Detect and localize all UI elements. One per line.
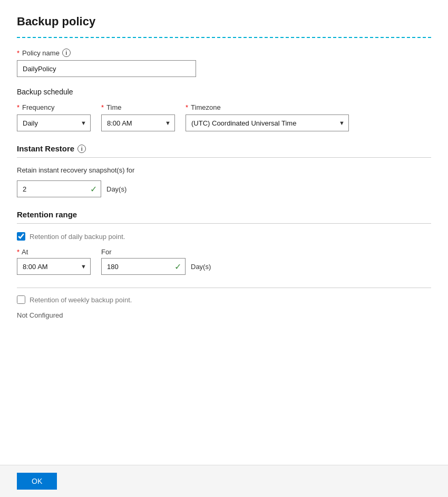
instant-restore-divider [17, 157, 431, 158]
time-select-wrapper: 8:00 AM 9:00 AM ▼ [101, 114, 175, 131]
at-text: At [22, 248, 28, 256]
retention-range-heading: Retention range [17, 210, 431, 219]
policy-name-required: * [17, 49, 20, 57]
at-time-select[interactable]: 8:00 AM 9:00 AM [17, 258, 91, 275]
instant-restore-info-icon[interactable]: i [77, 145, 86, 153]
at-label: * At [17, 248, 91, 256]
backup-schedule-label: Backup schedule [17, 88, 431, 96]
snapshot-input[interactable] [17, 180, 101, 197]
frequency-select[interactable]: Daily Weekly [17, 114, 91, 131]
weekly-checkbox-row: Retention of weekly backup point. [17, 295, 431, 304]
instant-restore-title: Instant Restore [17, 144, 74, 153]
daily-checkbox-row: Retention of daily backup point. [17, 232, 431, 241]
time-select[interactable]: 8:00 AM 9:00 AM [101, 114, 175, 131]
at-select-wrapper: 8:00 AM 9:00 AM ▼ [17, 258, 91, 275]
timezone-label: * Timezone [186, 103, 349, 111]
for-unit-label: Day(s) [191, 263, 211, 271]
backup-policy-panel: Backup policy * Policy name i Backup sch… [0, 0, 448, 497]
instant-restore-section: Instant Restore i Retain instant recover… [17, 144, 431, 197]
at-group: * At 8:00 AM 9:00 AM ▼ [17, 248, 91, 275]
policy-name-label: * Policy name i [17, 49, 431, 57]
frequency-group: * Frequency Daily Weekly ▼ [17, 103, 91, 131]
daily-retention-label: Retention of daily backup point. [30, 233, 125, 241]
policy-name-info-icon[interactable]: i [62, 49, 71, 57]
weekly-section: Retention of weekly backup point. Not Co… [17, 288, 431, 319]
daily-retention-checkbox[interactable] [17, 232, 25, 241]
time-group: * Time 8:00 AM 9:00 AM ▼ [101, 103, 175, 131]
time-required: * [101, 103, 104, 111]
frequency-row: * Frequency Daily Weekly ▼ * Time 8:00 A… [17, 103, 431, 131]
for-value-input[interactable] [101, 258, 186, 275]
snapshot-unit-label: Day(s) [106, 185, 126, 193]
top-divider [17, 37, 431, 38]
policy-name-group: * Policy name i [17, 49, 431, 77]
retention-range-section: Retention range Retention of daily backu… [17, 210, 431, 319]
instant-restore-heading: Instant Restore i [17, 144, 431, 153]
at-for-row: * At 8:00 AM 9:00 AM ▼ For ✓ [17, 248, 431, 275]
instant-restore-description: Retain instant recovery snapshot(s) for [17, 166, 431, 174]
for-label: For [101, 248, 211, 256]
footer: OK [0, 465, 448, 497]
frequency-select-wrapper: Daily Weekly ▼ [17, 114, 91, 131]
weekly-retention-checkbox[interactable] [17, 295, 25, 304]
retention-range-title: Retention range [17, 210, 77, 219]
time-label: * Time [101, 103, 175, 111]
retention-range-divider [17, 223, 431, 224]
timezone-required: * [186, 103, 188, 111]
frequency-label: * Frequency [17, 103, 91, 111]
time-text: Time [106, 103, 121, 111]
weekly-divider [17, 288, 431, 288]
policy-name-input[interactable] [17, 60, 196, 77]
timezone-group: * Timezone (UTC) Coordinated Universal T… [186, 103, 349, 131]
frequency-required: * [17, 103, 20, 111]
not-configured-label: Not Configured [17, 311, 431, 319]
timezone-select[interactable]: (UTC) Coordinated Universal Time (UTC+01… [186, 114, 349, 131]
timezone-text: Timezone [191, 103, 221, 111]
for-input-row: ✓ Day(s) [101, 258, 211, 275]
for-group: For ✓ Day(s) [101, 248, 211, 275]
at-required: * [17, 248, 20, 256]
page-title: Backup policy [17, 15, 431, 28]
weekly-retention-label: Retention of weekly backup point. [30, 296, 132, 304]
instant-restore-input-row: ✓ Day(s) [17, 180, 431, 197]
frequency-text: Frequency [22, 103, 54, 111]
ok-button[interactable]: OK [17, 473, 57, 490]
snapshot-input-wrapper: ✓ [17, 180, 101, 197]
for-input-wrapper: ✓ [101, 258, 186, 275]
policy-name-text: Policy name [22, 49, 60, 57]
timezone-select-wrapper: (UTC) Coordinated Universal Time (UTC+01… [186, 114, 349, 131]
